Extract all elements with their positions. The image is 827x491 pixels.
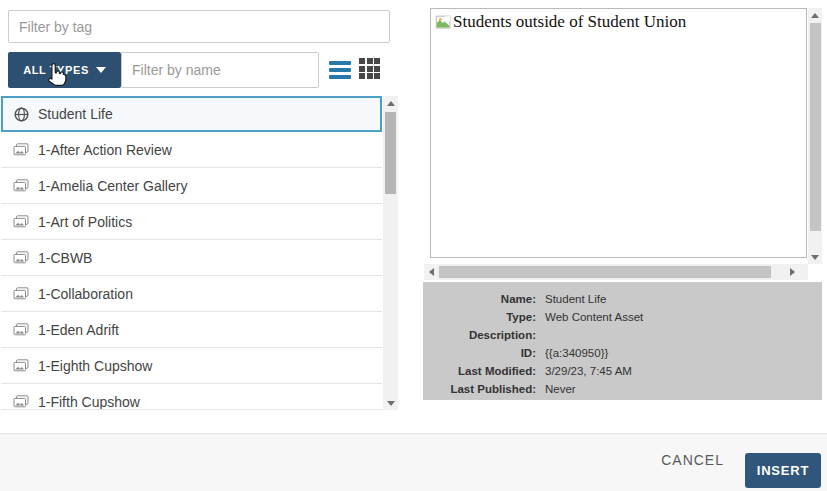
images-icon [13, 395, 29, 408]
list-view-button[interactable] [329, 59, 353, 81]
cancel-button[interactable]: CANCEL [661, 452, 724, 468]
scroll-down-icon[interactable] [808, 250, 822, 264]
list-item[interactable]: 1-Collaboration [1, 276, 382, 312]
all-types-label: ALL TYPES [23, 64, 89, 76]
detail-label: ID: [423, 344, 536, 362]
detail-label: Name: [423, 290, 536, 308]
scroll-up-icon[interactable] [383, 96, 398, 110]
broken-image-icon [435, 14, 452, 35]
list-item-label: 1-Art of Politics [38, 214, 132, 230]
detail-row-last-published: Last Published: Never [423, 380, 822, 398]
list-item[interactable]: 1-CBWB [1, 240, 382, 276]
list-item[interactable]: 1-Art of Politics [1, 204, 382, 240]
list-scrollbar-thumb[interactable] [385, 112, 396, 194]
list-item[interactable]: 1-Eighth Cupshow [1, 348, 382, 384]
dialog-footer: CANCEL INSERT [0, 433, 827, 491]
list-item[interactable]: 1-Eden Adrift [1, 312, 382, 348]
asset-details-panel: Name: Student Life Type: Web Content Ass… [423, 282, 822, 400]
detail-value: 3/29/23, 7:45 AM [545, 362, 632, 380]
globe-icon [14, 107, 29, 122]
grid-view-icon [359, 58, 365, 64]
detail-label: Description: [423, 326, 536, 344]
list-scrollbar[interactable] [383, 96, 398, 410]
images-icon [13, 143, 29, 156]
images-icon [13, 323, 29, 336]
scroll-left-icon[interactable] [424, 264, 439, 280]
preview-vertical-scrollbar[interactable] [808, 8, 822, 264]
list-item-label: Student Life [38, 106, 113, 122]
insert-button[interactable]: INSERT [745, 453, 821, 488]
all-types-dropdown-button[interactable]: ALL TYPES [8, 52, 121, 88]
list-item[interactable]: Student Life [1, 96, 382, 132]
detail-value: Never [545, 380, 576, 398]
list-item-label: 1-Fifth Cupshow [38, 394, 140, 410]
list-item-label: 1-Eighth Cupshow [38, 358, 152, 374]
list-item-label: 1-Eden Adrift [38, 322, 119, 338]
list-view-icon [329, 61, 351, 65]
preview-vscroll-thumb[interactable] [810, 23, 821, 231]
preview-hscroll-thumb[interactable] [439, 266, 771, 278]
filter-by-tag-input[interactable] [8, 10, 390, 43]
caret-down-icon [96, 67, 106, 73]
detail-row-name: Name: Student Life [423, 290, 822, 308]
detail-label: Type: [423, 308, 536, 326]
list-item[interactable]: 1-Fifth Cupshow [1, 384, 382, 410]
list-item[interactable]: 1-Amelia Center Gallery [1, 168, 382, 204]
images-icon [13, 287, 29, 300]
scroll-right-icon[interactable] [785, 264, 800, 280]
detail-label: Last Modified: [423, 362, 536, 380]
detail-value: Student Life [545, 290, 606, 308]
preview-horizontal-scrollbar[interactable] [424, 264, 808, 280]
detail-row-type: Type: Web Content Asset [423, 308, 822, 326]
scroll-up-icon[interactable] [808, 8, 822, 22]
detail-label: Last Published: [423, 380, 536, 398]
scroll-down-icon[interactable] [383, 396, 398, 410]
detail-value: Web Content Asset [545, 308, 643, 326]
images-icon [13, 251, 29, 264]
grid-view-button[interactable] [359, 58, 382, 81]
preview-pane: Students outside of Student Union [430, 8, 807, 258]
asset-list: Student Life 1-After Action Review 1-Ame… [1, 96, 398, 410]
images-icon [13, 215, 29, 228]
detail-row-description: Description: [423, 326, 822, 344]
list-item-label: 1-Amelia Center Gallery [38, 178, 187, 194]
filter-by-name-input[interactable] [121, 52, 319, 88]
detail-row-last-modified: Last Modified: 3/29/23, 7:45 AM [423, 362, 822, 380]
broken-image-alt-text: Students outside of Student Union [453, 12, 686, 32]
detail-value: {{a:340950}} [545, 344, 608, 362]
list-item-label: 1-Collaboration [38, 286, 133, 302]
list-item[interactable]: 1-After Action Review [1, 132, 382, 168]
images-icon [13, 179, 29, 192]
list-item-label: 1-CBWB [38, 250, 92, 266]
images-icon [13, 359, 29, 372]
detail-row-id: ID: {{a:340950}} [423, 344, 822, 362]
list-item-label: 1-After Action Review [38, 142, 172, 158]
